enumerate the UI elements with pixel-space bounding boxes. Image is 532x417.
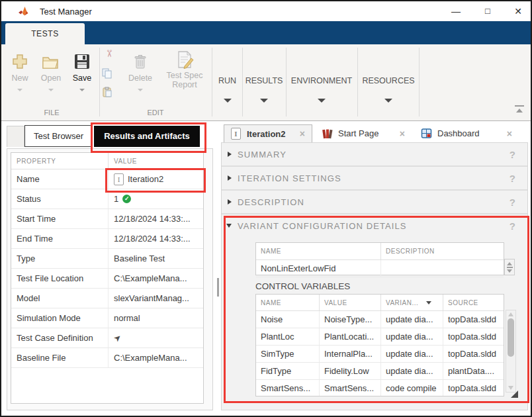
table-resize-grip[interactable]	[511, 391, 518, 398]
close-tab-icon[interactable]: ×	[400, 128, 405, 139]
help-icon[interactable]: ?	[510, 220, 515, 232]
spin-down-icon[interactable]	[507, 269, 512, 273]
open-button[interactable]: Open	[37, 50, 65, 91]
new-button[interactable]: New	[7, 50, 33, 91]
property-name: Start Time	[11, 209, 108, 228]
spin-up-icon[interactable]	[507, 262, 512, 265]
open-dropdown-icon[interactable]	[48, 89, 54, 91]
environment-label: ENVIRONMENT	[287, 76, 357, 85]
table-row[interactable]: Simulation Mode normal	[11, 308, 203, 328]
cv-variant: update dia...	[380, 311, 443, 328]
property-column-header[interactable]: PROPERTY	[11, 153, 108, 169]
doc-tab-iteration2[interactable]: I Iteration2 ×	[224, 124, 312, 142]
section-summary[interactable]: SUMMARY ?	[222, 143, 527, 167]
run-group-button[interactable]: RUN	[212, 44, 242, 118]
property-name: Name	[11, 169, 108, 189]
section-variant-configuration-details[interactable]: VARIANT CONFIGURATION DETAILS ?	[222, 214, 527, 237]
name-column-header[interactable]: NAME	[256, 243, 380, 259]
variant-column-header[interactable]: VARIAN...	[380, 295, 443, 310]
close-tab-icon[interactable]: ×	[507, 128, 512, 139]
scrollbar-thumb[interactable]	[508, 318, 514, 357]
sort-descending-icon[interactable]	[426, 301, 431, 304]
resources-group-button[interactable]: RESOURCES	[358, 44, 419, 118]
test-spec-report-button[interactable]: Test Spec Report	[163, 50, 206, 89]
name-column-header[interactable]: NAME	[256, 295, 319, 310]
save-dropdown-icon[interactable]	[79, 89, 85, 91]
section-iteration-settings[interactable]: ITERATION SETTINGS ?	[222, 167, 527, 191]
cv-source: topData.sldd	[443, 328, 504, 345]
row-spinner[interactable]	[504, 259, 515, 275]
table-row[interactable]: Status 1✓	[11, 189, 203, 209]
save-button[interactable]: Save	[67, 50, 97, 91]
delete-dropdown-icon[interactable]	[138, 89, 143, 91]
cv-name: SimType	[256, 346, 319, 362]
open-label: Open	[41, 73, 62, 83]
goto-test-case-icon[interactable]: ➤	[111, 332, 123, 344]
table-row[interactable]: Noise NoiseType... update dia... topData…	[256, 311, 504, 328]
section-label: SUMMARY	[238, 150, 287, 160]
delete-button[interactable]: Delete	[122, 50, 159, 91]
results-label: RESULTS	[243, 76, 285, 85]
control-table-scrollbar[interactable]	[506, 310, 516, 393]
scroll-down-icon[interactable]	[508, 386, 513, 390]
help-icon[interactable]: ?	[510, 149, 515, 160]
value-column-header[interactable]: VALUE	[319, 295, 380, 310]
table-row[interactable]: Baseline File C:\ExampleMana...	[11, 348, 203, 368]
tab-results-and-artifacts[interactable]: Results and Artifacts	[94, 126, 200, 147]
property-name: End Time	[11, 229, 108, 248]
cut-icon[interactable]: ✂	[103, 50, 115, 62]
section-label: DESCRIPTION	[238, 197, 304, 207]
property-name: Simulation Mode	[11, 308, 108, 328]
table-row[interactable]: SimType InternalPla... update dia... top…	[256, 346, 504, 363]
doc-tab-dashboard[interactable]: Dashboard ×	[414, 124, 519, 142]
copy-icon[interactable]	[102, 68, 114, 80]
expand-arrow-icon	[228, 175, 232, 181]
cv-value: Fidelity.Low	[319, 363, 380, 379]
value-column-header[interactable]: VALUE	[108, 153, 203, 169]
property-value: C:\ExampleMana...	[108, 348, 203, 367]
tab-tests[interactable]: TESTS	[5, 23, 85, 44]
source-column-header[interactable]: SOURCE	[443, 295, 504, 310]
table-row[interactable]: PlantLoc PlantLocati... update dia... to…	[256, 328, 504, 346]
property-value: 12/18/2024 14:33:...	[108, 209, 203, 228]
table-row[interactable]: SmartSens... SmartSens... code compile t…	[256, 380, 504, 396]
collapse-ribbon-icon[interactable]	[515, 105, 524, 114]
matlab-logo-icon	[18, 5, 30, 17]
close-button[interactable]: ✕	[503, 1, 532, 21]
property-value: slexVariantManag...	[108, 289, 203, 308]
table-row[interactable]: Model slexVariantManag...	[11, 289, 203, 308]
start-page-icon	[322, 128, 333, 139]
control-variables-label: CONTROL VARIABLES	[255, 281, 350, 291]
table-row[interactable]: End Time 12/18/2024 14:33:...	[11, 229, 203, 249]
test-manager-window: Test Manager — □ ✕ TESTS New Open	[0, 0, 532, 417]
table-row[interactable]: FidType Fidelity.Low update dia... plant…	[256, 363, 504, 380]
resources-dropdown-icon	[384, 99, 392, 103]
maximize-button[interactable]: □	[472, 1, 503, 21]
doc-tab-start-page[interactable]: Start Page ×	[315, 124, 412, 142]
toolstrip: New Open Save FILE ✂	[1, 44, 531, 121]
section-description[interactable]: DESCRIPTION ?	[222, 191, 527, 214]
close-tab-icon[interactable]: ×	[300, 128, 305, 139]
delete-icon	[134, 50, 147, 70]
table-row[interactable]: Name IIteration2	[11, 169, 203, 189]
panel-splitter-handle[interactable]	[217, 278, 219, 297]
minimize-button[interactable]: —	[441, 1, 471, 21]
results-group-button[interactable]: RESULTS	[243, 44, 285, 118]
table-row[interactable]: Test File Location C:\ExampleMana...	[11, 269, 203, 289]
table-row[interactable]: Start Time 12/18/2024 14:33:...	[11, 209, 203, 229]
table-row[interactable]: Test Case Definition ➤	[11, 328, 203, 348]
cv-variant: update dia...	[380, 346, 443, 362]
save-label: Save	[73, 73, 92, 83]
help-icon[interactable]: ?	[510, 197, 515, 208]
delete-label: Delete	[128, 73, 152, 83]
cv-name: SmartSens...	[256, 380, 319, 396]
scroll-up-icon[interactable]	[508, 312, 513, 316]
new-dropdown-icon[interactable]	[17, 89, 22, 91]
table-row[interactable]: NonLinExterLowFid	[256, 260, 504, 277]
tab-test-browser[interactable]: Test Browser	[24, 125, 93, 147]
table-row[interactable]: Type Baseline Test	[11, 249, 203, 269]
paste-icon[interactable]	[102, 87, 114, 99]
help-icon[interactable]: ?	[510, 173, 515, 184]
environment-group-button[interactable]: ENVIRONMENT	[287, 44, 357, 118]
description-column-header[interactable]: DESCRIPTION	[380, 243, 504, 259]
